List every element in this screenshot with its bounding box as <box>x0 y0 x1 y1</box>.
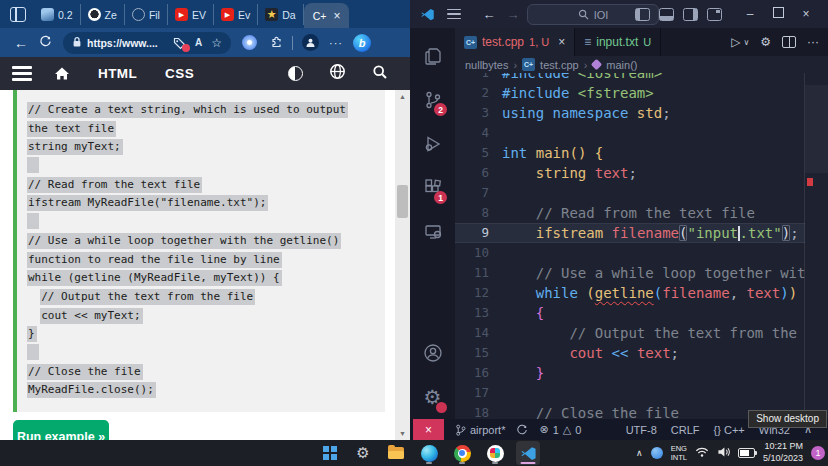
onedrive-icon[interactable] <box>651 447 663 459</box>
scroll-down-icon[interactable]: ▼ <box>395 430 410 437</box>
address-bar[interactable]: https://www.... A ☆ <box>63 32 231 54</box>
browser-tab[interactable]: ▶Ev <box>214 4 258 25</box>
remote-indicator[interactable]: × <box>413 419 444 440</box>
more-actions-icon[interactable]: ··· <box>807 35 819 49</box>
selection-stub <box>27 213 39 229</box>
editor-line: 2#include <fstream> <box>455 83 805 103</box>
toggle-secondary-sidebar-icon[interactable] <box>683 8 698 21</box>
language-globe-icon[interactable] <box>329 63 346 84</box>
chrome-app-icon[interactable] <box>450 441 474 465</box>
language-indicator[interactable]: ENGINTL <box>671 444 687 463</box>
clock[interactable]: 10:21 PM5/10/2023 <box>763 441 803 464</box>
slack-app-icon[interactable] <box>483 441 507 465</box>
read-aloud-icon[interactable]: A <box>195 37 202 48</box>
vscode-logo-icon <box>420 7 435 22</box>
battery-icon[interactable] <box>738 448 755 458</box>
toggle-panel-icon[interactable] <box>659 8 674 21</box>
favorites-icon[interactable]: ☆ <box>211 36 222 50</box>
code-text: // Read from the text file <box>27 177 202 193</box>
source-control-icon[interactable]: 2 <box>410 78 455 122</box>
wifi-icon[interactable] <box>695 444 709 462</box>
toggle-sidebar-icon[interactable] <box>635 8 650 21</box>
home-icon[interactable] <box>54 66 70 81</box>
breadcrumb-file[interactable]: test.cpp <box>540 59 579 71</box>
notification-badge[interactable]: 1 <box>811 446 825 460</box>
menu-hamburger-icon[interactable] <box>12 66 32 81</box>
breadcrumb[interactable]: nullbytes › C+ test.cpp › main() <box>455 56 828 73</box>
nav-link-html[interactable]: HTML <box>98 66 137 81</box>
maximize-button[interactable] <box>764 7 792 21</box>
browser-tab[interactable]: Ze <box>81 4 125 25</box>
nav-link-css[interactable]: CSS <box>165 66 194 81</box>
brace-icon: {} <box>714 424 721 436</box>
run-example-button[interactable]: Run example » <box>13 420 109 440</box>
tab-test-cpp[interactable]: C+ test.cpp 1, U × <box>455 28 575 56</box>
txt-file-icon: ≡ <box>584 35 591 49</box>
tab-workspaces-icon[interactable] <box>10 7 26 22</box>
settings-app-icon[interactable]: ⚙ <box>351 441 375 465</box>
minimize-button[interactable]: – <box>736 7 764 21</box>
editor-scrollbar[interactable] <box>804 73 828 419</box>
search-icon[interactable] <box>372 64 388 84</box>
shopping-icon[interactable] <box>173 36 186 49</box>
tab-close-icon[interactable]: × <box>558 35 565 49</box>
language-item[interactable]: {} C++ <box>714 424 745 436</box>
tray-overflow-icon[interactable]: ∧ <box>636 448 643 458</box>
profile-avatar[interactable] <box>302 34 319 51</box>
file-explorer-icon[interactable] <box>384 441 408 465</box>
run-debug-icon[interactable] <box>410 122 455 166</box>
breadcrumb-symbol[interactable]: main() <box>606 59 637 71</box>
tab-close-icon[interactable]: × <box>333 9 340 23</box>
back-icon[interactable]: ← <box>9 35 33 51</box>
customize-layout-icon[interactable] <box>707 8 722 21</box>
editor-line: 1#include <iostream> <box>455 73 805 83</box>
browser-tab[interactable]: ▶EV <box>168 4 214 25</box>
explorer-icon[interactable] <box>410 34 455 78</box>
run-dropdown-icon[interactable]: ∨ <box>743 38 749 47</box>
settings-gear-icon[interactable]: ⚙ <box>410 375 455 419</box>
run-button[interactable]: ▷ <box>731 35 740 49</box>
editor-line: 13 { <box>455 303 805 323</box>
refresh-icon[interactable] <box>33 35 57 51</box>
git-branch-item[interactable]: airport* <box>455 424 505 436</box>
accounts-icon[interactable] <box>410 331 455 375</box>
bing-sidebar-icon[interactable]: b <box>353 34 371 52</box>
sync-icon[interactable] <box>516 424 528 436</box>
eol-item[interactable]: CRLF <box>671 424 700 436</box>
edge-tab-strip: 0.2ZeFil▶EV▶Ev★DaC+× <box>0 0 410 28</box>
browser-tab[interactable]: ★Da <box>258 4 303 25</box>
line-number: 4 <box>455 123 489 143</box>
breadcrumb-folder[interactable]: nullbytes <box>465 59 508 71</box>
volume-icon[interactable] <box>717 444 730 462</box>
scrollbar-thumb[interactable] <box>397 185 408 218</box>
close-button[interactable]: × <box>792 7 820 21</box>
scrollbar-slider[interactable] <box>805 85 828 173</box>
extensions-puzzle-icon[interactable] <box>269 36 283 50</box>
code-line: // Output the text from the file <box>27 288 385 307</box>
code-line: while (getline (MyReadFile, myText)) { <box>27 269 385 288</box>
remote-explorer-icon[interactable] <box>410 210 455 254</box>
split-editor-icon[interactable] <box>782 36 796 48</box>
more-menu-icon[interactable]: ··· <box>329 37 343 49</box>
start-button[interactable] <box>318 441 342 465</box>
problems-item[interactable]: ⊗ 1 △ 0 <box>539 423 581 436</box>
browser-tab[interactable]: C+× <box>304 3 350 28</box>
browser-tab[interactable]: Fil <box>125 4 168 25</box>
browser-scrollbar[interactable]: ▲ ▼ <box>395 90 410 440</box>
scroll-up-icon[interactable]: ▲ <box>395 93 410 100</box>
nav-back-icon[interactable]: ← <box>477 7 501 22</box>
extensions-icon[interactable]: 1 <box>410 166 455 210</box>
encoding-item[interactable]: UTF-8 <box>626 424 657 436</box>
code-example: // Create a text string, which is used t… <box>13 90 385 412</box>
dark-mode-toggle-icon[interactable] <box>288 66 303 81</box>
browser-tab[interactable]: 0.2 <box>34 4 81 25</box>
vscode-app-icon[interactable] <box>516 441 540 465</box>
menu-icon[interactable] <box>447 9 461 20</box>
code-editor[interactable]: 1#include <iostream>2#include <fstream>3… <box>455 73 805 419</box>
error-marker <box>807 178 813 186</box>
editor-line: 12 while (getline(filename, text)) <box>455 283 805 303</box>
edge-app-icon[interactable] <box>417 441 441 465</box>
gear-icon[interactable]: ⚙ <box>760 35 771 49</box>
copilot-icon[interactable] <box>242 35 257 50</box>
tab-input-txt[interactable]: ≡ input.txt U <box>575 28 661 56</box>
